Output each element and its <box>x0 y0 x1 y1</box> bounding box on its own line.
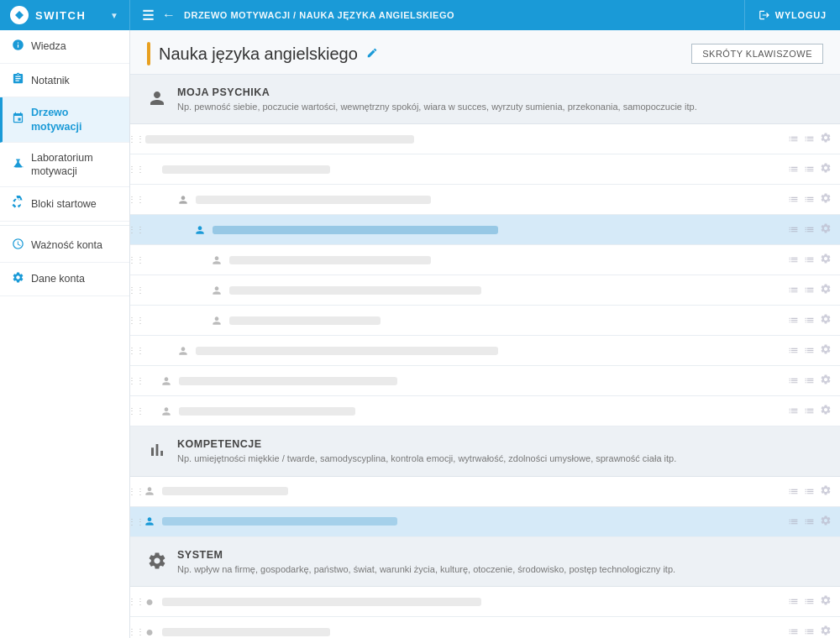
list-icon-2[interactable] <box>804 315 815 326</box>
brand-area[interactable]: SWITCH ▼ <box>0 0 130 30</box>
drag-handle-icon[interactable]: ⋮⋮ <box>130 275 142 305</box>
drag-handle-icon[interactable]: ⋮⋮ <box>130 185 142 214</box>
list-icon-2[interactable] <box>804 194 815 205</box>
gear-action-icon[interactable] <box>820 404 832 418</box>
list-icon-1[interactable] <box>788 285 799 295</box>
person-blue-icon <box>142 514 157 529</box>
gear-action-icon[interactable] <box>820 374 832 388</box>
row-text-blurred <box>213 226 498 234</box>
gear-action-icon[interactable] <box>820 594 832 609</box>
gear-action-icon[interactable] <box>820 192 832 207</box>
gear-action-icon[interactable] <box>820 283 832 297</box>
tree-row[interactable]: ⋮⋮ <box>130 306 840 336</box>
tree-row-highlighted[interactable]: ⋮⋮ <box>130 507 840 537</box>
list-icon-2[interactable] <box>804 516 815 527</box>
row-text-blurred <box>162 517 397 526</box>
row-content <box>142 135 781 144</box>
drag-handle-icon[interactable]: ⋮⋮ <box>130 366 142 395</box>
list-icon-1[interactable] <box>788 133 799 144</box>
row-text-blurred <box>145 135 414 144</box>
gear-action-icon[interactable] <box>820 484 832 499</box>
list-icon-2[interactable] <box>804 596 815 607</box>
gear-action-icon[interactable] <box>820 132 832 146</box>
list-icon-2[interactable] <box>804 345 815 356</box>
shortcuts-button[interactable]: SKRÓTY KLAWISZOWE <box>691 44 823 64</box>
list-icon-1[interactable] <box>788 626 799 637</box>
sidebar-item-wiedza[interactable]: Wiedza <box>0 30 129 64</box>
list-icon-1[interactable] <box>788 224 799 235</box>
drag-handle-icon[interactable]: ⋮⋮ <box>130 215 142 244</box>
list-icon-2[interactable] <box>804 626 815 637</box>
list-icon-1[interactable] <box>788 596 799 607</box>
row-content <box>162 598 781 606</box>
list-icon-2[interactable] <box>804 133 815 144</box>
tree-row[interactable]: ⋮⋮ <box>130 336 840 366</box>
drag-handle-icon[interactable]: ⋮⋮ <box>130 396 142 426</box>
list-icon-1[interactable] <box>788 254 799 265</box>
list-icon-1[interactable] <box>788 345 799 356</box>
tree-row[interactable]: ⋮⋮ <box>130 396 840 426</box>
list-icon-2[interactable] <box>804 375 815 386</box>
tree-row[interactable]: ⋮⋮ <box>130 366 840 396</box>
gear-action-icon[interactable] <box>820 253 832 267</box>
gear-action-icon[interactable] <box>820 313 832 327</box>
sidebar-item-bloki[interactable]: Bloki startowe <box>0 187 129 221</box>
list-icon-2[interactable] <box>804 254 815 265</box>
sidebar-item-waznosc[interactable]: Ważność konta <box>0 229 129 263</box>
drag-handle-icon[interactable]: ⋮⋮ <box>130 154 142 184</box>
person-icon <box>209 313 224 328</box>
list-icon-1[interactable] <box>788 405 799 416</box>
list-icon-1[interactable] <box>788 375 799 386</box>
sidebar-item-laboratorium[interactable]: Laboratorium motywacji <box>0 143 129 188</box>
drag-handle-icon[interactable]: ⋮⋮ <box>130 617 142 638</box>
sidebar-item-notatnik[interactable]: Notatnik <box>0 64 129 97</box>
gear-action-icon[interactable] <box>820 625 832 638</box>
back-button[interactable]: ← <box>162 8 176 23</box>
tree-row[interactable]: ⋮⋮ <box>130 185 840 215</box>
list-icon-2[interactable] <box>804 224 815 235</box>
gear-action-icon[interactable] <box>820 515 832 529</box>
logout-button[interactable]: WYLOGUJ <box>744 0 840 30</box>
list-icon-1[interactable] <box>788 315 799 326</box>
person-icon <box>159 404 174 419</box>
drag-handle-icon[interactable]: ⋮⋮ <box>130 336 142 365</box>
drag-handle-icon[interactable]: ⋮⋮ <box>130 507 142 536</box>
drag-handle-icon[interactable]: ⋮⋮ <box>130 124 142 154</box>
section-desc-kompetencje: Np. umiejętności miękkie / twarde, samod… <box>177 452 676 465</box>
list-icon-2[interactable] <box>804 405 815 416</box>
gear-system-section-icon <box>147 551 167 576</box>
scroll-container[interactable]: MOJA PSYCHIKA Np. pewność siebie, poczuc… <box>130 75 840 638</box>
tree-row[interactable]: ⋮⋮ <box>130 124 840 154</box>
person-icon <box>209 283 224 298</box>
list-icon-1[interactable] <box>788 486 799 497</box>
row-content <box>179 377 781 385</box>
gear-action-icon[interactable] <box>820 343 832 358</box>
tree-row[interactable]: ⋮⋮ <box>130 245 840 275</box>
tree-row[interactable]: ⋮⋮ <box>130 275 840 306</box>
list-icon-2[interactable] <box>804 164 815 175</box>
tree-row-highlighted[interactable]: ⋮⋮ <box>130 215 840 245</box>
list-icon-1[interactable] <box>788 164 799 175</box>
row-actions <box>781 404 832 418</box>
tree-row[interactable]: ⋮⋮ ● <box>130 587 840 617</box>
list-icon-2[interactable] <box>804 486 815 497</box>
drag-handle-icon[interactable]: ⋮⋮ <box>130 477 142 506</box>
tree-row[interactable]: ⋮⋮ ● <box>130 617 840 638</box>
list-icon-2[interactable] <box>804 285 815 295</box>
tree-row[interactable]: ⋮⋮ <box>130 154 840 185</box>
lab-icon <box>12 157 24 173</box>
tree-row[interactable]: ⋮⋮ <box>130 477 840 507</box>
gear-action-icon[interactable] <box>820 162 832 176</box>
gear-action-icon[interactable] <box>820 222 832 237</box>
hamburger-icon[interactable]: ☰ <box>142 8 154 24</box>
list-icon-1[interactable] <box>788 516 799 527</box>
edit-title-button[interactable] <box>366 47 378 61</box>
drag-handle-icon[interactable]: ⋮⋮ <box>130 587 142 616</box>
top-header: SWITCH ▼ ☰ ← DRZEWO MOTYWACJI / NAUKA JĘ… <box>0 0 840 30</box>
drag-handle-icon[interactable]: ⋮⋮ <box>130 245 142 275</box>
sidebar-item-dane[interactable]: Dane konta <box>0 263 129 296</box>
sidebar-item-drzewo[interactable]: Drzewo motywacji <box>0 97 129 143</box>
row-text-blurred <box>162 165 330 174</box>
drag-handle-icon[interactable]: ⋮⋮ <box>130 306 142 335</box>
list-icon-1[interactable] <box>788 194 799 205</box>
